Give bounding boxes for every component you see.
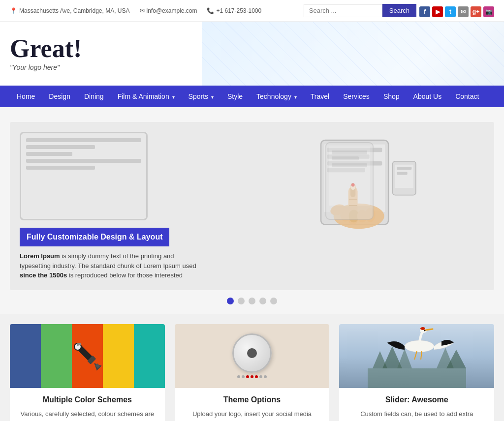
nav-item-home: Home — [10, 86, 42, 107]
second-device-mockup — [325, 142, 374, 220]
film-dropdown-arrow: ▾ — [172, 94, 175, 100]
feature-card-slider-awesome: Slider: Awesome Custom fields can, be us… — [339, 324, 494, 421]
bird-svg — [368, 324, 466, 388]
feature-card-theme-options: Theme Options Upload your logo, insert y… — [175, 324, 330, 421]
nav-link-contact[interactable]: Contact — [448, 86, 486, 107]
dot-1[interactable] — [227, 298, 234, 304]
site-logo-subtitle: "Your logo here" — [10, 63, 82, 71]
email-social-icon[interactable]: ✉ — [458, 6, 469, 17]
cs-blue — [10, 324, 41, 388]
phone-contact: 📞 +1 617-253-1000 — [207, 7, 261, 14]
knob-mark-7 — [264, 375, 267, 378]
color-schemes-body: Multiple Color Schemes Various, carefull… — [10, 388, 165, 421]
svg-rect-24 — [329, 147, 370, 206]
slider-awesome-body: Slider: Awesome Custom fields can, be us… — [339, 388, 494, 421]
nav-item-film: Film & Animation ▾ — [111, 86, 182, 107]
bird-graphic — [339, 324, 494, 388]
instagram-icon[interactable]: 📷 — [483, 6, 494, 17]
slide-body: Lorem Ipsum is simply dummy text of the … — [20, 251, 207, 280]
hero-slider: Fully Customizable Design & Layout Lorem… — [0, 107, 504, 314]
twitter-icon[interactable]: t — [445, 6, 456, 17]
knob-mark-6 — [259, 375, 262, 378]
nav-link-travel[interactable]: Travel — [304, 86, 336, 107]
knob-mark-3 — [246, 375, 249, 378]
theme-options-title: Theme Options — [185, 395, 320, 404]
slider-awesome-title: Slider: Awesome — [349, 395, 484, 404]
slider-awesome-description: Custom fields can, be used to add extra … — [349, 409, 484, 421]
phone-icon: 📞 — [207, 7, 214, 14]
slider-dots — [10, 298, 494, 304]
dot-3[interactable] — [249, 298, 255, 304]
nav-item-dining: Dining — [77, 86, 111, 107]
nav-item-services: Services — [336, 86, 377, 107]
address: 📍 Massachusetts Ave, Cambridge, MA, USA — [10, 7, 130, 14]
logo-area: Great! "Your logo here" — [10, 36, 82, 71]
nav-item-travel: Travel — [304, 86, 336, 107]
nav-link-home[interactable]: Home — [10, 86, 42, 107]
email-icon: ✉ — [140, 7, 145, 14]
nav-item-design: Design — [42, 86, 77, 107]
color-schemes-description: Various, carefully selected, colour sche… — [20, 409, 155, 421]
slide-body-suffix: is reproduced below for those interested — [69, 271, 183, 279]
email-contact: ✉ info@example.com — [140, 7, 197, 14]
nav-link-design[interactable]: Design — [42, 86, 77, 107]
facebook-icon[interactable]: f — [419, 6, 430, 17]
color-schemes-image — [10, 324, 165, 388]
slider-right-content — [217, 132, 484, 250]
nav-item-contact: Contact — [448, 86, 486, 107]
theme-options-body: Theme Options Upload your logo, insert y… — [175, 388, 330, 421]
knob-mark-1 — [237, 375, 240, 378]
theme-options-image — [175, 324, 330, 388]
dot-4[interactable] — [259, 298, 266, 304]
nav-link-about[interactable]: About Us — [407, 86, 449, 107]
tech-dropdown-arrow: ▾ — [294, 94, 297, 100]
youtube-icon[interactable]: ▶ — [432, 6, 443, 17]
nav-link-sports[interactable]: Sports ▾ — [182, 86, 220, 107]
svg-point-44 — [424, 330, 425, 331]
svg-point-43 — [420, 327, 425, 330]
search-input[interactable] — [304, 4, 382, 17]
dot-2[interactable] — [238, 298, 245, 304]
nav-item-about: About Us — [407, 86, 449, 107]
svg-rect-27 — [332, 163, 367, 167]
header-bg-lines — [202, 22, 504, 86]
sports-dropdown-arrow: ▾ — [211, 94, 214, 100]
site-header: Great! "Your logo here" — [0, 22, 504, 86]
nav-list: Home Design Dining Film & Animation ▾ Sp… — [10, 86, 494, 107]
svg-rect-35 — [368, 368, 466, 388]
knob-dial — [232, 333, 272, 373]
theme-options-description: Upload your logo, insert your social med… — [185, 409, 320, 421]
nav-link-style[interactable]: Style — [220, 86, 250, 107]
search-button[interactable]: Search — [382, 4, 416, 17]
features-section: Multiple Color Schemes Various, carefull… — [0, 314, 504, 421]
knob-mark-5 — [255, 375, 258, 378]
mock-bar-5 — [26, 166, 95, 170]
nav-link-services[interactable]: Services — [336, 86, 377, 107]
nav-link-shop[interactable]: Shop — [377, 86, 407, 107]
slide-body-prefix: Lorem Ipsum — [20, 252, 60, 260]
main-nav: Home Design Dining Film & Animation ▾ Sp… — [0, 86, 504, 107]
nav-link-technology[interactable]: Technology ▾ — [250, 86, 304, 107]
googleplus-icon[interactable]: g+ — [471, 6, 481, 17]
mock-bar-1 — [26, 138, 141, 142]
knob-mark-2 — [242, 375, 245, 378]
dot-5[interactable] — [270, 298, 277, 304]
location-icon: 📍 — [10, 7, 17, 14]
slider-left-content: Fully Customizable Design & Layout Lorem… — [20, 132, 207, 280]
nav-link-dining[interactable]: Dining — [77, 86, 111, 107]
search-box[interactable]: Search — [304, 4, 416, 17]
top-bar: 📍 Massachusetts Ave, Cambridge, MA, USA … — [0, 0, 504, 22]
slider-awesome-image — [339, 324, 494, 388]
site-logo-title: Great! — [10, 36, 82, 61]
svg-rect-25 — [332, 150, 367, 154]
slide-title: Fully Customizable Design & Layout — [20, 228, 169, 246]
svg-rect-8 — [397, 167, 411, 170]
color-scheme-graphic — [10, 324, 165, 388]
slider-container: Fully Customizable Design & Layout Lorem… — [10, 122, 494, 290]
cs-teal — [134, 324, 165, 388]
svg-rect-9 — [397, 172, 407, 175]
nav-item-sports: Sports ▾ — [182, 86, 220, 107]
nav-link-film[interactable]: Film & Animation ▾ — [111, 86, 182, 107]
knob-marks — [232, 375, 272, 378]
color-schemes-title: Multiple Color Schemes — [20, 395, 155, 404]
